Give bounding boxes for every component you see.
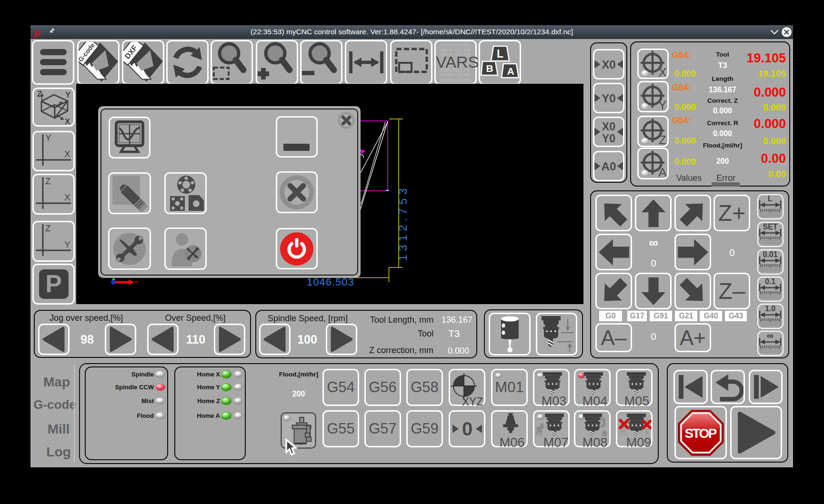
svg-text:Y0: Y0: [602, 92, 616, 104]
svg-text:Z: Z: [37, 90, 42, 99]
svg-text:X: X: [64, 192, 70, 202]
svg-text:Y: Y: [64, 239, 70, 249]
svg-text:A: A: [507, 66, 514, 77]
svg-text:L: L: [768, 195, 773, 203]
svg-text:Y: Y: [65, 90, 71, 99]
svg-text:1.0: 1.0: [765, 305, 775, 313]
svg-text:A0: A0: [602, 160, 616, 172]
svg-text:0.1: 0.1: [765, 277, 775, 286]
svg-text:X0: X0: [602, 120, 615, 133]
svg-text:A: A: [658, 165, 667, 179]
svg-text:X: X: [65, 117, 70, 124]
svg-text:X: X: [64, 149, 70, 159]
svg-text:L: L: [497, 48, 503, 60]
svg-text:B: B: [486, 63, 493, 74]
svg-text:Z: Z: [45, 223, 51, 233]
svg-text:XYZ: XYZ: [462, 395, 483, 408]
svg-text:1312.753: 1312.753: [397, 185, 409, 261]
svg-text:∞: ∞: [767, 330, 774, 341]
svg-text:Y: Y: [45, 133, 51, 143]
svg-text:SET: SET: [763, 223, 777, 231]
svg-text:Z: Z: [45, 176, 51, 186]
svg-text:0.01: 0.01: [763, 250, 777, 258]
svg-text:X0: X0: [602, 58, 616, 70]
svg-text:0: 0: [462, 419, 472, 438]
svg-text:Y0: Y0: [602, 132, 615, 144]
